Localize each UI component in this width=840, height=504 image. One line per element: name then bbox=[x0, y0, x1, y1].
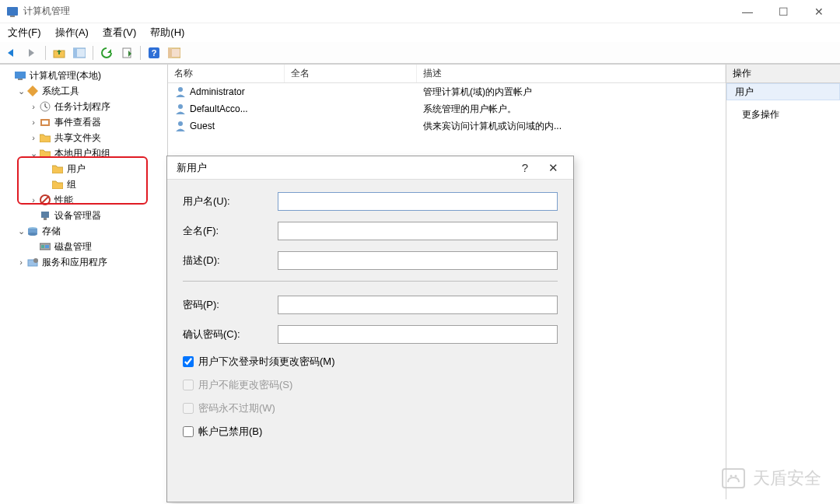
dialog-separator bbox=[183, 281, 558, 282]
minimize-button[interactable]: — bbox=[730, 0, 765, 23]
password-never-expires-label: 密码永不过期(W) bbox=[198, 401, 275, 415]
tree-task-scheduler[interactable]: ›任务计划程序 bbox=[26, 99, 166, 114]
cell-name: Guest bbox=[190, 121, 215, 131]
tree-label: 事件查看器 bbox=[54, 116, 101, 129]
tree-label: 组 bbox=[67, 178, 76, 191]
svg-text:?: ? bbox=[152, 48, 157, 58]
list-row[interactable]: DefaultAcco... 系统管理的用户帐户。 bbox=[168, 100, 726, 117]
svg-rect-11 bbox=[18, 79, 23, 80]
tree-system-tools[interactable]: ⌄ 系统工具 bbox=[14, 83, 166, 99]
tree-local-users-groups[interactable]: ⌄本地用户和组 bbox=[26, 145, 166, 161]
window-titlebar: 计算机管理 — ☐ ✕ bbox=[0, 0, 840, 23]
account-disabled-label: 帐户已禁用(B) bbox=[198, 425, 262, 439]
watermark-icon bbox=[722, 468, 745, 488]
maximize-button[interactable]: ☐ bbox=[765, 0, 801, 23]
tree-services-apps[interactable]: ›服务和应用程序 bbox=[14, 254, 166, 270]
user-icon bbox=[174, 86, 187, 98]
tree-pane: 计算机管理(本地) ⌄ 系统工具 ›任务计划程序 ›事件查看器 bbox=[0, 65, 168, 499]
tree-root[interactable]: 计算机管理(本地) bbox=[2, 68, 166, 83]
cell-description: 供来宾访问计算机或访问域的内... bbox=[417, 120, 726, 133]
menu-action[interactable]: 操作(A) bbox=[55, 26, 89, 40]
properties-button[interactable] bbox=[166, 44, 183, 61]
dialog-title: 新用户 bbox=[177, 161, 207, 175]
toolbar-separator bbox=[45, 46, 46, 60]
tree-label: 系统工具 bbox=[42, 85, 79, 98]
svg-rect-25 bbox=[45, 245, 49, 248]
column-name[interactable]: 名称 bbox=[168, 65, 285, 82]
user-icon bbox=[174, 103, 187, 115]
fullname-input[interactable] bbox=[278, 222, 558, 240]
confirm-password-input[interactable] bbox=[278, 325, 558, 344]
menubar: 文件(F) 操作(A) 查看(V) 帮助(H) bbox=[0, 23, 840, 42]
dialog-close-button[interactable]: ✕ bbox=[539, 157, 567, 179]
account-disabled-checkbox[interactable] bbox=[183, 426, 194, 437]
tree-event-viewer[interactable]: ›事件查看器 bbox=[26, 114, 166, 130]
column-description[interactable]: 描述 bbox=[417, 65, 726, 82]
menu-help[interactable]: 帮助(H) bbox=[150, 26, 184, 40]
cannot-change-password-label: 用户不能更改密码(S) bbox=[198, 378, 292, 392]
list-body: Administrator 管理计算机(域)的内置帐户 DefaultAcco.… bbox=[168, 83, 726, 135]
toolbar-separator bbox=[93, 46, 93, 60]
tree-users[interactable]: 用户 bbox=[39, 161, 166, 177]
svg-rect-4 bbox=[73, 48, 77, 58]
tree-performance[interactable]: ›性能 bbox=[26, 192, 166, 208]
fullname-label: 全名(F): bbox=[183, 224, 278, 238]
export-button[interactable] bbox=[118, 44, 135, 61]
password-never-expires-checkbox bbox=[183, 403, 194, 414]
new-user-dialog: 新用户 ? ✕ 用户名(U): 全名(F): 描述(D): 密码(P): 确认密… bbox=[166, 156, 574, 502]
password-label: 密码(P): bbox=[183, 298, 278, 312]
user-icon bbox=[174, 120, 187, 132]
watermark: 天盾安全 bbox=[722, 467, 821, 490]
password-input[interactable] bbox=[278, 296, 558, 314]
tree-groups[interactable]: 组 bbox=[39, 177, 166, 192]
actions-pane: 操作 用户 更多操作 bbox=[726, 65, 840, 499]
actions-section[interactable]: 用户 bbox=[726, 83, 840, 100]
description-input[interactable] bbox=[278, 251, 558, 270]
actions-header: 操作 bbox=[726, 65, 840, 83]
tree-label: 设备管理器 bbox=[54, 209, 101, 222]
tree-label: 磁盘管理 bbox=[54, 240, 92, 254]
list-header: 名称 全名 描述 bbox=[168, 65, 726, 83]
cell-name: DefaultAcco... bbox=[190, 103, 248, 114]
svg-rect-24 bbox=[41, 245, 44, 248]
show-hide-tree-button[interactable] bbox=[71, 44, 88, 61]
list-row[interactable]: Guest 供来宾访问计算机或访问域的内... bbox=[168, 117, 726, 135]
actions-more[interactable]: 更多操作 bbox=[726, 103, 840, 126]
refresh-button[interactable] bbox=[98, 44, 115, 61]
up-folder-button[interactable] bbox=[51, 44, 68, 61]
description-label: 描述(D): bbox=[183, 254, 278, 268]
watermark-text: 天盾安全 bbox=[753, 467, 821, 490]
cannot-change-password-checkbox bbox=[183, 380, 194, 390]
cell-name: Administrator bbox=[190, 86, 245, 97]
svg-point-22 bbox=[28, 233, 37, 236]
window-title: 计算机管理 bbox=[23, 5, 70, 18]
must-change-password-label: 用户下次登录时须更改密码(M) bbox=[198, 355, 335, 369]
forward-button[interactable] bbox=[23, 44, 40, 61]
svg-point-30 bbox=[178, 121, 183, 126]
tree-root-label: 计算机管理(本地) bbox=[30, 69, 101, 82]
tree-label: 本地用户和组 bbox=[54, 147, 110, 160]
tree-storage[interactable]: ⌄存储 bbox=[14, 223, 166, 239]
svg-rect-15 bbox=[42, 121, 48, 124]
menu-file[interactable]: 文件(F) bbox=[8, 26, 41, 40]
svg-rect-10 bbox=[15, 72, 26, 79]
menu-view[interactable]: 查看(V) bbox=[103, 26, 136, 40]
tree-label: 用户 bbox=[67, 163, 86, 176]
svg-point-29 bbox=[178, 104, 183, 109]
tree-shared-folders[interactable]: ›共享文件夹 bbox=[26, 130, 166, 145]
tree-label: 共享文件夹 bbox=[54, 131, 101, 145]
list-row[interactable]: Administrator 管理计算机(域)的内置帐户 bbox=[168, 83, 726, 100]
tree-label: 服务和应用程序 bbox=[42, 256, 107, 269]
tree-device-manager[interactable]: 设备管理器 bbox=[26, 208, 166, 223]
back-button[interactable] bbox=[3, 44, 20, 61]
close-button[interactable]: ✕ bbox=[801, 0, 837, 23]
tree-disk-management[interactable]: 磁盘管理 bbox=[26, 239, 166, 254]
username-input[interactable] bbox=[278, 192, 558, 211]
dialog-help-button[interactable]: ? bbox=[511, 157, 539, 179]
must-change-password-checkbox[interactable] bbox=[183, 356, 194, 367]
dialog-titlebar: 新用户 ? ✕ bbox=[167, 156, 573, 180]
svg-rect-9 bbox=[168, 48, 172, 58]
help-icon[interactable]: ? bbox=[145, 44, 163, 61]
column-fullname[interactable]: 全名 bbox=[285, 65, 417, 82]
tree-label: 存储 bbox=[42, 225, 61, 238]
